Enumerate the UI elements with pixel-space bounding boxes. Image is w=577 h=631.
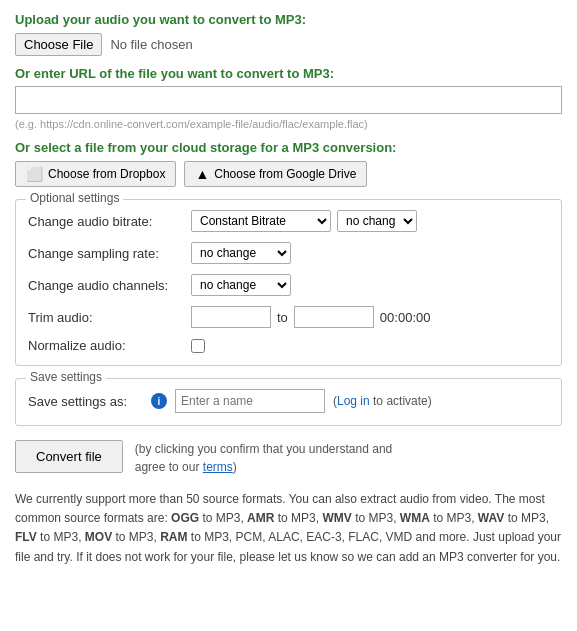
file-upload-row: Choose File No file chosen — [15, 33, 562, 56]
bitrate-label: Change audio bitrate: — [28, 214, 183, 229]
channels-label: Change audio channels: — [28, 278, 183, 293]
url-label: Or enter URL of the file you want to con… — [15, 66, 562, 81]
save-row: Save settings as: i (Log in to activate) — [28, 389, 549, 413]
upload-label: Upload your audio you want to convert to… — [15, 12, 562, 27]
convert-note-line1: (by clicking you confirm that you unders… — [135, 442, 392, 456]
trim-end-input[interactable] — [294, 306, 374, 328]
gdrive-icon: ▲ — [195, 166, 209, 182]
convert-note: (by clicking you confirm that you unders… — [135, 440, 392, 476]
sampling-controls: no change — [191, 242, 291, 264]
info-icon: i — [151, 393, 167, 409]
trim-row: Trim audio: to 00:00:00 — [28, 306, 549, 328]
trim-label: Trim audio: — [28, 310, 183, 325]
bitrate-controls: Constant Bitrate Variable Bitrate no cha… — [191, 210, 417, 232]
trim-controls: to 00:00:00 — [191, 306, 430, 328]
dropbox-icon: ⬜ — [26, 166, 43, 182]
login-link[interactable]: Log in — [337, 394, 370, 408]
channels-row: Change audio channels: no change — [28, 274, 549, 296]
sampling-row: Change sampling rate: no change — [28, 242, 549, 264]
url-example: (e.g. https://cdn.online-convert.com/exa… — [15, 118, 562, 130]
cloud-buttons-row: ⬜ Choose from Dropbox ▲ Choose from Goog… — [15, 161, 562, 187]
convert-button[interactable]: Convert file — [15, 440, 123, 473]
normalize-label: Normalize audio: — [28, 338, 183, 353]
optional-settings-section: Optional settings Change audio bitrate: … — [15, 199, 562, 366]
gdrive-button-label: Choose from Google Drive — [214, 167, 356, 181]
login-link-text: (Log in to activate) — [333, 394, 432, 408]
normalize-checkbox[interactable] — [191, 339, 205, 353]
bitrate-row: Change audio bitrate: Constant Bitrate V… — [28, 210, 549, 232]
choose-file-button[interactable]: Choose File — [15, 33, 102, 56]
gdrive-button[interactable]: ▲ Choose from Google Drive — [184, 161, 367, 187]
convert-note-line2: agree to our — [135, 460, 200, 474]
channels-controls: no change — [191, 274, 291, 296]
save-legend: Save settings — [26, 370, 106, 384]
dropbox-button[interactable]: ⬜ Choose from Dropbox — [15, 161, 176, 187]
sampling-select[interactable]: no change — [191, 242, 291, 264]
support-text: We currently support more than 50 source… — [15, 490, 562, 567]
bitrate-nochange-select[interactable]: no change — [337, 210, 417, 232]
dropbox-button-label: Choose from Dropbox — [48, 167, 165, 181]
save-settings-section: Save settings Save settings as: i (Log i… — [15, 378, 562, 426]
no-file-text: No file chosen — [110, 37, 192, 52]
terms-link[interactable]: terms — [203, 460, 233, 474]
convert-note-end: ) — [233, 460, 237, 474]
channels-select[interactable]: no change — [191, 274, 291, 296]
sampling-label: Change sampling rate: — [28, 246, 183, 261]
convert-row: Convert file (by clicking you confirm th… — [15, 440, 562, 476]
save-label: Save settings as: — [28, 394, 143, 409]
normalize-row: Normalize audio: — [28, 338, 549, 353]
normalize-controls — [191, 339, 205, 353]
optional-legend: Optional settings — [26, 191, 123, 205]
url-input[interactable] — [15, 86, 562, 114]
bitrate-select[interactable]: Constant Bitrate Variable Bitrate — [191, 210, 331, 232]
trim-start-input[interactable] — [191, 306, 271, 328]
save-name-input[interactable] — [175, 389, 325, 413]
trim-to-text: to — [277, 310, 288, 325]
trim-time-text: 00:00:00 — [380, 310, 431, 325]
cloud-label: Or select a file from your cloud storage… — [15, 140, 562, 155]
